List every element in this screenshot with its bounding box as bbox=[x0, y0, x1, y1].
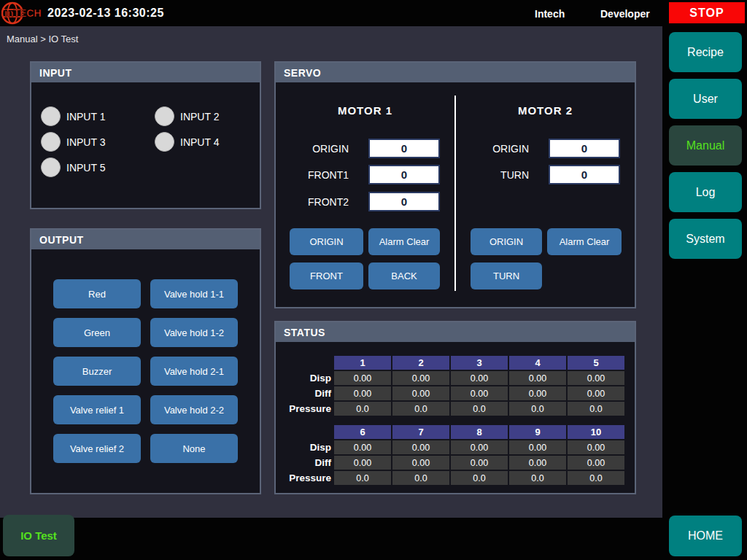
status-cell: 0.00 bbox=[509, 456, 566, 470]
motor2-section: MOTOR 2 ORIGIN 0 TURN 0 ORIGIN Alarm Cle… bbox=[456, 82, 635, 306]
output-valve-hold-1-1-button[interactable]: Valve hold 1-1 bbox=[150, 279, 238, 308]
status-row-label: Disp bbox=[277, 440, 333, 454]
input-indicator-3: INPUT 3 bbox=[41, 132, 155, 152]
sidebar-item-log[interactable]: Log bbox=[669, 172, 742, 212]
stop-button[interactable]: STOP bbox=[669, 2, 745, 23]
main-content: Manual > IO Test INPUT INPUT 1 INPUT 2 I… bbox=[0, 26, 662, 518]
servo-panel: SERVO MOTOR 1 ORIGIN 0 FRONT1 0 FRONT2 0 bbox=[274, 61, 636, 308]
status-row-label: Pressure bbox=[277, 402, 333, 416]
output-valve-hold-2-1-button[interactable]: Valve hold 2-1 bbox=[150, 357, 238, 386]
status-cell: 0.0 bbox=[568, 402, 624, 416]
status-table-1-5: 1 2 3 4 5 Disp 0.00 0.00 0.00 0.00 0.00 … bbox=[277, 356, 624, 416]
motor2-turn-button[interactable]: TURN bbox=[471, 262, 542, 289]
status-row-label: Pressure bbox=[277, 471, 333, 485]
status-cell: 0.00 bbox=[509, 386, 566, 400]
motor1-front-button[interactable]: FRONT bbox=[290, 262, 363, 289]
input-panel: INPUT INPUT 1 INPUT 2 INPUT 3 INPUT 4 bbox=[30, 61, 261, 209]
status-cell: 0.00 bbox=[568, 456, 624, 470]
status-col-header: 4 bbox=[509, 356, 566, 370]
motor1-origin-button[interactable]: ORIGIN bbox=[290, 228, 363, 255]
status-col-header: 2 bbox=[392, 356, 449, 370]
status-cell: 0.00 bbox=[568, 386, 624, 400]
status-cell: 0.0 bbox=[451, 402, 508, 416]
motor1-front2-value-field[interactable]: 0 bbox=[368, 192, 440, 211]
breadcrumb: Manual > IO Test bbox=[7, 34, 78, 44]
status-cell: 0.0 bbox=[509, 471, 566, 485]
input-lamp-3-icon bbox=[41, 132, 61, 152]
motor2-origin-value-field[interactable]: 0 bbox=[549, 139, 620, 158]
input-lamp-grid: INPUT 1 INPUT 2 INPUT 3 INPUT 4 INPUT 5 bbox=[31, 82, 260, 177]
output-valve-hold-1-2-button[interactable]: Valve hold 1-2 bbox=[150, 318, 238, 347]
status-cell: 0.00 bbox=[334, 456, 391, 470]
svg-text:inTECH: inTECH bbox=[4, 7, 42, 19]
current-user-label[interactable]: Developer bbox=[600, 8, 650, 20]
input-label: INPUT 1 bbox=[66, 111, 105, 122]
output-valve-relief-2-button[interactable]: Valve relief 2 bbox=[53, 434, 141, 463]
motor1-back-button[interactable]: BACK bbox=[368, 262, 440, 289]
status-col-header: 1 bbox=[334, 356, 391, 370]
status-row-label: Disp bbox=[277, 371, 333, 385]
input-panel-title: INPUT bbox=[31, 63, 260, 82]
output-red-button[interactable]: Red bbox=[53, 279, 141, 308]
servo-panel-title: SERVO bbox=[276, 63, 635, 82]
motor2-origin-button[interactable]: ORIGIN bbox=[471, 228, 542, 255]
status-cell: 0.00 bbox=[334, 440, 391, 454]
output-valve-hold-2-2-button[interactable]: Valve hold 2-2 bbox=[150, 395, 238, 424]
status-cell: 0.0 bbox=[334, 471, 391, 485]
sidebar-item-system[interactable]: System bbox=[669, 219, 742, 259]
status-cell: 0.00 bbox=[392, 440, 449, 454]
status-row-label: Diff bbox=[277, 456, 333, 470]
status-cell: 0.00 bbox=[568, 371, 624, 385]
output-button-grid: Red Valve hold 1-1 Green Valve hold 1-2 … bbox=[31, 249, 260, 463]
motor1-alarm-clear-button[interactable]: Alarm Clear bbox=[368, 228, 440, 255]
status-col-header: 10 bbox=[568, 425, 624, 439]
home-button[interactable]: HOME bbox=[669, 516, 742, 556]
sidebar-item-recipe[interactable]: Recipe bbox=[669, 32, 742, 72]
status-cell: 0.00 bbox=[509, 440, 566, 454]
output-valve-relief-1-button[interactable]: Valve relief 1 bbox=[53, 395, 141, 424]
motor2-origin-label: ORIGIN bbox=[456, 143, 529, 155]
intech-logo-icon: inTECH bbox=[1, 1, 44, 26]
status-body: 1 2 3 4 5 Disp 0.00 0.00 0.00 0.00 0.00 … bbox=[276, 342, 635, 491]
motor1-front1-value-field[interactable]: 0 bbox=[368, 165, 440, 184]
input-indicator-5: INPUT 5 bbox=[41, 158, 155, 177]
hmi-screen: inTECH 2023-02-13 16:30:25 Intech Develo… bbox=[0, 0, 747, 560]
servo-body: MOTOR 1 ORIGIN 0 FRONT1 0 FRONT2 0 ORIGI… bbox=[276, 82, 635, 306]
status-panel: STATUS 1 2 3 4 5 Disp 0.00 0.00 0.00 0.0… bbox=[274, 321, 636, 494]
status-cell: 0.0 bbox=[509, 402, 566, 416]
input-lamp-2-icon bbox=[155, 106, 174, 126]
status-cell: 0.0 bbox=[334, 402, 391, 416]
status-cell: 0.0 bbox=[451, 471, 508, 485]
company-label: Intech bbox=[535, 8, 565, 20]
page-tab-io-test[interactable]: IO Test bbox=[3, 515, 74, 556]
status-cell: 0.00 bbox=[392, 371, 449, 385]
motor1-front2-label: FRONT2 bbox=[276, 196, 349, 208]
output-buzzer-button[interactable]: Buzzer bbox=[53, 357, 141, 386]
status-col-header: 5 bbox=[568, 356, 624, 370]
output-none-button[interactable]: None bbox=[150, 434, 238, 463]
status-cell: 0.00 bbox=[392, 386, 449, 400]
motor1-origin-value-field[interactable]: 0 bbox=[368, 139, 440, 158]
motor2-alarm-clear-button[interactable]: Alarm Clear bbox=[547, 228, 622, 255]
motor2-turn-label: TURN bbox=[456, 169, 529, 181]
sidebar-item-manual[interactable]: Manual bbox=[669, 125, 742, 166]
output-green-button[interactable]: Green bbox=[53, 318, 141, 347]
status-col-header: 9 bbox=[509, 425, 566, 439]
motor2-turn-value-field[interactable]: 0 bbox=[549, 165, 620, 184]
status-cell: 0.00 bbox=[451, 386, 508, 400]
status-cell: 0.00 bbox=[451, 456, 508, 470]
input-lamp-1-icon bbox=[41, 106, 61, 126]
status-cell: 0.00 bbox=[334, 386, 391, 400]
input-lamp-4-icon bbox=[155, 132, 174, 152]
motor1-title: MOTOR 1 bbox=[276, 104, 454, 117]
status-cell: 0.00 bbox=[392, 456, 449, 470]
sidebar-item-user[interactable]: User bbox=[669, 79, 742, 119]
status-cell: 0.0 bbox=[392, 471, 449, 485]
status-panel-title: STATUS bbox=[276, 322, 635, 342]
output-panel-title: OUTPUT bbox=[31, 230, 260, 249]
input-indicator-4: INPUT 4 bbox=[155, 132, 268, 152]
status-cell: 0.00 bbox=[568, 440, 624, 454]
status-cell: 0.00 bbox=[509, 371, 566, 385]
motor1-origin-label: ORIGIN bbox=[276, 143, 349, 155]
status-table-6-10: 6 7 8 9 10 Disp 0.00 0.00 0.00 0.00 0.00… bbox=[277, 425, 624, 485]
